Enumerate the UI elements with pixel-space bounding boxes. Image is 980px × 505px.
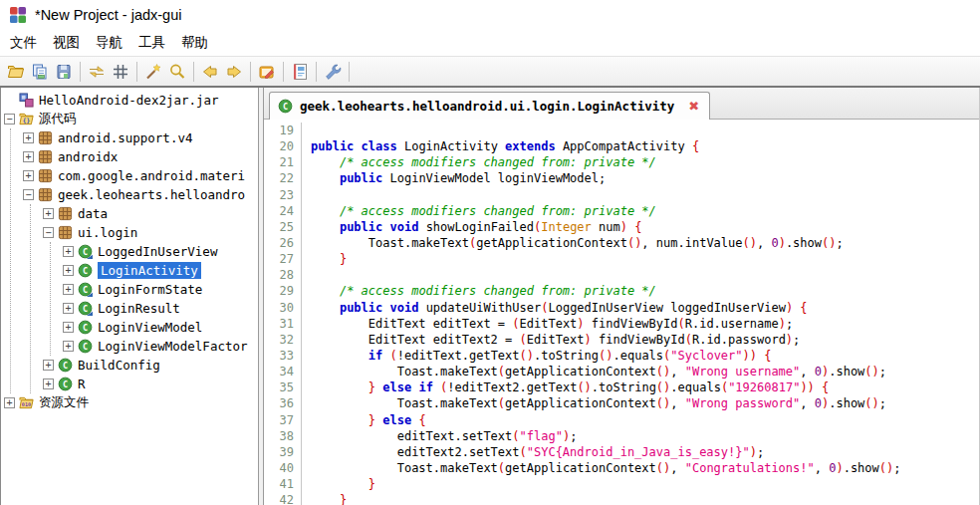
tree-node-label: LoginViewModel [98, 320, 202, 335]
tab-close-icon[interactable]: ✖ [688, 99, 699, 114]
tree-node-ui-login[interactable]: −ui.login [31, 223, 258, 242]
svg-text:C: C [283, 102, 288, 112]
expander-expand-icon[interactable]: + [63, 246, 74, 257]
expander-expand-icon[interactable]: + [63, 265, 74, 276]
project-properties-button[interactable] [255, 60, 279, 84]
class-icon: C [78, 339, 93, 354]
line-number: 22 [264, 170, 301, 186]
code-line-37: 37 } else { [264, 412, 979, 428]
project-explorer-tree[interactable]: HelloAndroid-dex2jar.jar−{}源代码+android.s… [1, 88, 259, 505]
tree-node-resources[interactable]: +010资源文件 [3, 393, 258, 412]
toolbar-separator [316, 62, 317, 82]
expander-collapse-icon[interactable]: − [4, 114, 15, 125]
log-viewer-button[interactable] [288, 60, 312, 84]
tree-children-source-code: +android.support.v4+androidx+com.google.… [10, 128, 258, 393]
code-line-32: 32 EditText editText2 = (EditText) findV… [264, 332, 979, 348]
code-line-20: 20public class LoginActivity extends App… [264, 138, 979, 154]
line-number: 31 [264, 316, 301, 332]
line-number: 23 [264, 187, 301, 203]
expander-expand-icon[interactable]: + [4, 397, 15, 408]
expander-collapse-icon[interactable]: − [43, 227, 54, 238]
code-line-41: 41 } [264, 476, 979, 492]
tree-node-label: LoginViewModelFactor [98, 339, 248, 354]
line-number: 33 [264, 348, 301, 364]
tree-node-label: LoginFormState [98, 282, 202, 297]
toolbar-separator [136, 62, 137, 82]
gutter-separator [301, 187, 302, 203]
line-number: 24 [264, 203, 301, 219]
tree-node-root-jar[interactable]: HelloAndroid-dex2jar.jar [3, 91, 258, 110]
tree-node-login-activity[interactable]: +CLoginActivity [51, 261, 258, 280]
tree-node-label: ui.login [78, 225, 137, 240]
tree-node-androidx[interactable]: +androidx [11, 147, 258, 166]
tree-node-login-form-state[interactable]: +CLoginFormState [51, 280, 258, 299]
nav-forward-button[interactable] [222, 60, 246, 84]
line-number: 20 [264, 138, 301, 154]
expander-expand-icon[interactable]: + [63, 284, 74, 295]
nav-back-button[interactable] [198, 60, 222, 84]
editor-tab-bar: C geek.leohearts.helloandroid.ui.login.L… [264, 88, 979, 120]
menu-tools[interactable]: 工具 [130, 32, 173, 54]
tree-node-source-code[interactable]: −{}源代码 [3, 110, 258, 128]
package-icon [38, 149, 53, 164]
toolbar-separator [250, 62, 251, 82]
code-line-26: 26 Toast.makeText(getApplicationContext(… [264, 235, 979, 251]
expander-expand-icon[interactable]: + [63, 341, 74, 352]
expander-collapse-icon[interactable]: − [23, 189, 34, 200]
class-icon: C [58, 358, 73, 373]
toolbar-separator [349, 62, 350, 82]
expander-expand-icon[interactable]: + [43, 379, 54, 389]
svg-text:{}: {} [23, 117, 31, 124]
code-line-22: 22 public LoginViewModel loginViewModel; [264, 170, 979, 186]
save-all-button[interactable] [52, 60, 76, 84]
text-search-button[interactable] [165, 60, 189, 84]
menu-file[interactable]: 文件 [2, 32, 45, 54]
tree-node-build-config[interactable]: +CBuildConfig [31, 356, 258, 375]
reload-button[interactable] [85, 60, 109, 84]
code-line-text: EditText editText2 = (EditText) findView… [302, 332, 800, 348]
tree-node-label: BuildConfig [78, 358, 160, 373]
tree-node-label: android.support.v4 [58, 130, 192, 145]
code-line-text: /* access modifiers changed from: privat… [302, 154, 656, 170]
tree-node-login-view-model[interactable]: +CLoginViewModel [51, 318, 258, 337]
quark-analysis-button[interactable] [141, 60, 165, 84]
code-editor[interactable]: 1920public class LoginActivity extends A… [264, 120, 979, 505]
tree-node-android-support-v4[interactable]: +android.support.v4 [11, 128, 258, 147]
expander-expand-icon[interactable]: + [63, 303, 74, 314]
line-number: 32 [264, 332, 301, 348]
expander-expand-icon[interactable]: + [23, 151, 34, 162]
open-file-button[interactable] [4, 60, 28, 84]
line-number: 42 [264, 492, 301, 505]
menu-navigation[interactable]: 导航 [88, 32, 130, 54]
class-icon: C [78, 263, 93, 278]
preferences-button[interactable] [321, 60, 345, 84]
tree-node-logged-in-user-view[interactable]: +CLoggedInUserView [51, 242, 258, 261]
code-line-text: /* access modifiers changed from: privat… [302, 203, 656, 219]
tree-node-r-class[interactable]: +CR [31, 375, 258, 393]
expander-expand-icon[interactable]: + [63, 322, 74, 333]
tree-node-geek-leohearts-helloandroid[interactable]: −geek.leohearts.helloandro [11, 185, 258, 204]
tree-node-login-result[interactable]: +CLoginResult [51, 299, 258, 318]
menu-view[interactable]: 视图 [45, 32, 88, 54]
toolbar-separator [80, 62, 81, 82]
tree-children-geek-leohearts-helloandroid: +data−ui.login+CLoggedInUserView+CLoginA… [30, 204, 258, 393]
deobfuscation-button[interactable] [109, 60, 132, 84]
code-line-40: 40 Toast.makeText(getApplicationContext(… [264, 460, 979, 476]
add-files-button[interactable] [28, 60, 52, 84]
tree-node-login-view-model-factory[interactable]: +CLoginViewModelFactor [51, 337, 258, 356]
code-line-text: Toast.makeText(getApplicationContext(), … [302, 235, 844, 251]
gutter-separator [301, 267, 302, 283]
toolbar-separator [193, 62, 194, 82]
expander-expand-icon[interactable]: + [23, 132, 34, 143]
expander-expand-icon[interactable]: + [23, 170, 34, 181]
tree-node-com-google-android-material[interactable]: +com.google.android.materi [11, 166, 258, 185]
code-line-19: 19 [264, 123, 979, 138]
expander-expand-icon[interactable]: + [43, 208, 54, 219]
expander-expand-icon[interactable]: + [43, 360, 54, 371]
tree-node-label: com.google.android.materi [58, 168, 245, 183]
code-line-33: 33 if (!editText.getText().toString().eq… [264, 348, 979, 364]
tab-login-activity[interactable]: C geek.leohearts.helloandroid.ui.login.L… [269, 92, 710, 120]
menu-help[interactable]: 帮助 [173, 32, 216, 54]
tree-node-data[interactable]: +data [31, 204, 258, 223]
code-line-36: 36 Toast.makeText(getApplicationContext(… [264, 395, 979, 411]
